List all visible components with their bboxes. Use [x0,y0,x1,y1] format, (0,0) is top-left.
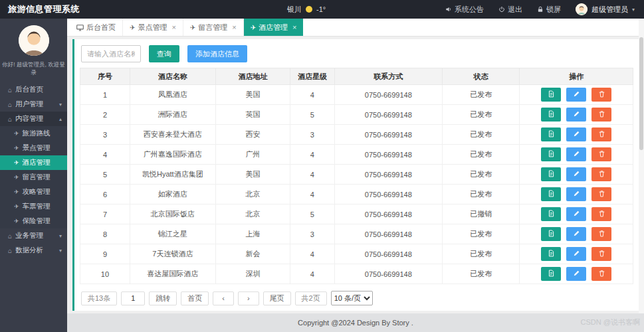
announcement-button[interactable]: 系统公告 [445,5,484,15]
sidebar-item[interactable]: ✈ 景点管理 [0,141,67,155]
footer: Copyright @2024 Design By Story . CSDN @… [67,313,644,332]
cell-status: 已发布 [442,264,519,284]
menu-label: 攻略管理 [23,187,51,197]
search-input[interactable] [81,45,141,62]
jump-button[interactable]: 跳转 [149,291,177,305]
cell-actions [520,205,633,224]
table-row: 8 锦江之星 上海 3 0750-6699148 已发布 [80,224,633,244]
caret-icon: ▾ [59,233,62,239]
close-icon[interactable]: × [171,23,175,31]
sidebar-item[interactable]: ✈ 酒店管理 [0,155,67,170]
user-menu[interactable]: 超级管理员 ▾ [576,3,635,15]
announcement-label: 系统公告 [455,5,484,15]
document-icon [548,209,555,219]
document-icon [548,249,555,259]
menu-label: 保险管理 [23,216,51,226]
tab[interactable]: ✈ 景点管理 × [123,19,183,36]
add-hotel-button[interactable]: 添加酒店信息 [187,45,247,62]
close-icon[interactable]: × [292,23,296,31]
menu-icon: ⌂ [8,232,12,240]
menu-icon: ✈ [14,174,19,181]
delete-button[interactable] [591,227,611,241]
edit-button[interactable] [566,147,586,161]
menu-icon: ✈ [14,159,19,166]
column-header: 状态 [442,68,519,85]
close-icon[interactable]: × [232,23,236,31]
sidebar-item[interactable]: ✈ 留言管理 [0,170,67,185]
welcome-text: 你好! 超级管理员, 欢迎登录 [1,61,66,77]
prev-page-button[interactable]: ‹ [213,291,234,305]
edit-button[interactable] [566,267,586,281]
edit-button[interactable] [566,187,586,201]
logout-label: 退出 [508,5,522,15]
weather-city: 银川 [287,5,302,15]
menu-icon: ✈ [14,189,19,195]
page-size-select[interactable]: 10 条/页 [331,291,373,305]
cell-name: 锦江之星 [130,224,215,244]
menu-label: 内容管理 [15,114,43,124]
caret-icon: ▾ [59,102,62,108]
page-input[interactable] [121,291,145,305]
tab[interactable]: ✈ 酒店管理 × [244,19,304,36]
cell-stars: 5 [290,205,335,224]
cell-no: 4 [80,145,130,165]
delete-button[interactable] [591,167,611,181]
sidebar-item[interactable]: ⌂ 后台首页 [0,82,67,97]
tab[interactable]: 后台首页 [70,19,123,36]
sidebar-item[interactable]: ✈ 车票管理 [0,199,67,214]
next-page-button[interactable]: › [238,291,259,305]
edit-button[interactable] [566,227,586,241]
view-button[interactable] [541,207,561,221]
view-button[interactable] [541,267,561,281]
app-title: 旅游信息管理系统 [8,3,80,15]
logout-button[interactable]: 退出 [498,5,522,15]
cell-actions [520,85,633,105]
cell-address: 广州 [215,145,290,165]
table-row: 9 7天连锁酒店 新会 4 0750-6699148 已发布 [80,244,633,264]
search-button[interactable]: 查询 [149,45,179,62]
sidebar-item[interactable]: ⌂ 业务管理 ▾ [0,228,67,243]
sidebar-item[interactable]: ✈ 攻略管理 [0,185,67,199]
edit-button[interactable] [566,127,586,141]
delete-button[interactable] [591,247,611,261]
view-button[interactable] [541,167,561,181]
delete-button[interactable] [591,127,611,141]
scrollbar[interactable] [639,19,644,313]
cell-actions [520,165,633,185]
caret-icon: ▴ [59,116,62,122]
lock-screen-button[interactable]: 锁屏 [537,5,561,15]
view-button[interactable] [541,247,561,261]
delete-button[interactable] [591,187,611,201]
edit-button[interactable] [566,247,586,261]
view-button[interactable] [541,187,561,201]
edit-button[interactable] [566,88,586,102]
first-page-button[interactable]: 首页 [181,291,209,305]
view-button[interactable] [541,147,561,161]
cell-actions [520,105,633,125]
tab[interactable]: ✈ 留言管理 × [183,19,244,36]
edit-button[interactable] [566,167,586,181]
cell-address: 北京 [215,185,290,205]
view-button[interactable] [541,127,561,141]
delete-button[interactable] [591,88,611,102]
delete-button[interactable] [591,207,611,221]
edit-button[interactable] [566,207,586,221]
sidebar-item[interactable]: ⌂ 内容管理 ▴ [0,112,67,126]
edit-button[interactable] [566,108,586,122]
view-button[interactable] [541,108,561,122]
sidebar-item[interactable]: ⌂ 用户管理 ▾ [0,97,67,112]
delete-button[interactable] [591,267,611,281]
scrollbar-thumb[interactable] [639,37,643,150]
sidebar-item[interactable]: ✈ 旅游路线 [0,126,67,141]
view-button[interactable] [541,88,561,102]
delete-button[interactable] [591,108,611,122]
last-page-button[interactable]: 尾页 [263,291,291,305]
cell-stars: 4 [290,145,335,165]
delete-button[interactable] [591,147,611,161]
sidebar-item[interactable]: ⌂ 数据分析 ▾ [0,243,67,258]
cell-phone: 0750-6699148 [334,85,442,105]
sidebar-item[interactable]: ✈ 保险管理 [0,214,67,228]
cell-name: 洲际酒店 [130,105,215,125]
view-button[interactable] [541,227,561,241]
cell-name: 凤凰酒店 [130,85,215,105]
